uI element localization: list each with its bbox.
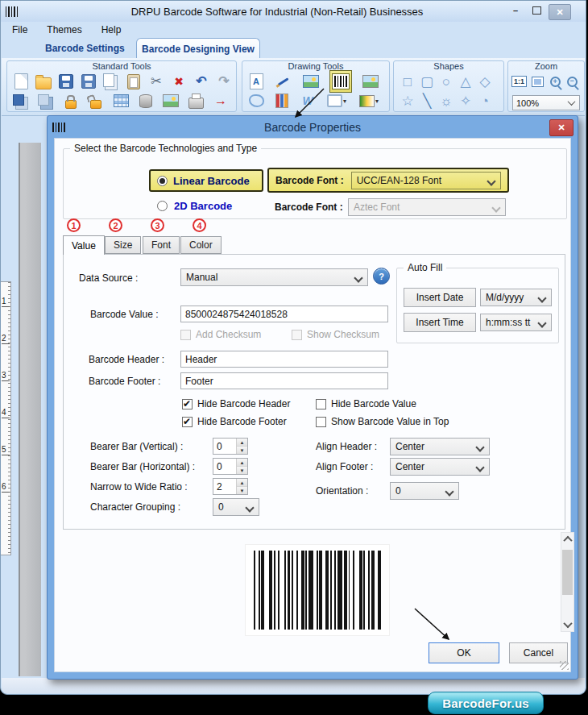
text-tool-icon[interactable]: A bbox=[247, 73, 265, 90]
tab-size[interactable]: Size bbox=[105, 236, 141, 254]
pie-shape-icon[interactable]: ◔ bbox=[476, 92, 494, 110]
tab-barcode-designing-view[interactable]: Barcode Designing View bbox=[136, 38, 260, 59]
spin-down-icon[interactable]: ▼ bbox=[237, 487, 247, 494]
fit-to-window-icon[interactable] bbox=[531, 73, 545, 90]
save-icon[interactable] bbox=[57, 73, 75, 90]
exit-icon[interactable]: → bbox=[212, 92, 230, 110]
open-file-icon[interactable] bbox=[35, 73, 52, 90]
time-format-combo[interactable]: h:mm:ss tt bbox=[480, 314, 552, 331]
undo-icon[interactable]: ↶ bbox=[193, 73, 210, 90]
hide-barcode-value-checkbox[interactable] bbox=[316, 399, 326, 409]
narrow-wide-ratio-spinner[interactable]: 2 ▲▼ bbox=[213, 478, 248, 495]
tab-color[interactable]: Color bbox=[180, 236, 222, 254]
zoom-level-combo[interactable]: 100% bbox=[512, 95, 580, 110]
copy-icon[interactable] bbox=[102, 73, 120, 90]
autoshape-tool-icon[interactable] bbox=[247, 92, 265, 110]
cut-icon[interactable]: ✂ bbox=[147, 73, 165, 90]
bring-to-front-icon[interactable] bbox=[12, 92, 30, 110]
send-to-back-icon[interactable] bbox=[37, 92, 55, 110]
lock-icon[interactable] bbox=[62, 92, 80, 110]
watermark-tool-icon[interactable]: W bbox=[299, 92, 317, 110]
window-close-button[interactable]: ✕ bbox=[549, 4, 571, 20]
insert-time-button[interactable]: Insert Time bbox=[404, 313, 476, 332]
show-barcode-value-top-checkbox[interactable] bbox=[316, 417, 326, 427]
unlock-icon[interactable] bbox=[87, 92, 105, 110]
frame-tool-icon[interactable]: ▾ bbox=[325, 92, 349, 110]
scroll-up-button[interactable] bbox=[561, 533, 574, 546]
star-shape-icon[interactable]: ☆ bbox=[399, 92, 416, 110]
tab-font[interactable]: Font bbox=[143, 236, 180, 254]
picture-tool-icon[interactable] bbox=[362, 73, 379, 90]
dialog-close-button[interactable]: ✕ bbox=[549, 119, 574, 136]
rectangle-shape-icon[interactable]: □ bbox=[399, 73, 416, 90]
zoom-in-icon[interactable] bbox=[549, 73, 561, 90]
starburst-shape-icon[interactable]: ☼ bbox=[437, 92, 455, 110]
insert-date-button[interactable]: Insert Date bbox=[404, 288, 476, 307]
linear-barcode-radio[interactable] bbox=[157, 176, 168, 186]
barcode-tool-icon[interactable] bbox=[329, 70, 352, 93]
dialog-scrollbar[interactable] bbox=[561, 532, 574, 632]
hide-barcode-value-option[interactable]: Hide Barcode Value bbox=[316, 398, 416, 409]
save-as-icon[interactable] bbox=[80, 73, 97, 90]
align-footer-combo[interactable]: Center bbox=[390, 458, 490, 476]
spin-down-icon[interactable]: ▼ bbox=[237, 467, 247, 474]
scroll-down-button[interactable] bbox=[561, 618, 574, 631]
menu-help[interactable]: Help bbox=[101, 24, 122, 35]
tab-value[interactable]: Value bbox=[63, 235, 105, 255]
show-barcode-value-top-option[interactable]: Show Barcode Value in Top bbox=[316, 416, 449, 427]
bearer-bar-horizontal-spinner[interactable]: 0 ▲▼ bbox=[213, 458, 248, 475]
align-header-combo[interactable]: Center bbox=[390, 438, 490, 455]
chevron-down-icon bbox=[487, 177, 495, 185]
four-point-star-shape-icon[interactable]: ✧ bbox=[457, 92, 474, 110]
menu-file[interactable]: File bbox=[12, 24, 27, 35]
linear-barcode-option[interactable]: Linear Barcode bbox=[149, 169, 263, 192]
spin-up-icon[interactable]: ▲ bbox=[237, 459, 247, 467]
library-tool-icon[interactable] bbox=[273, 92, 291, 110]
diamond-shape-icon[interactable]: ◇ bbox=[476, 73, 494, 90]
ellipse-shape-icon[interactable]: ○ bbox=[437, 73, 455, 90]
minimize-button[interactable]: – bbox=[508, 4, 523, 17]
spin-down-icon[interactable]: ▼ bbox=[237, 447, 247, 454]
barcode-header-input[interactable]: Header bbox=[180, 351, 388, 368]
help-button[interactable]: ? bbox=[373, 268, 390, 285]
twod-barcode-option[interactable]: 2D Barcode bbox=[157, 200, 232, 212]
hide-barcode-header-checkbox[interactable] bbox=[182, 399, 193, 409]
scrollbar-thumb[interactable] bbox=[562, 550, 573, 595]
hide-barcode-footer-checkbox[interactable] bbox=[182, 417, 193, 427]
image-tool-icon[interactable] bbox=[302, 73, 320, 90]
menu-themes[interactable]: Themes bbox=[47, 24, 81, 35]
grid-icon[interactable] bbox=[112, 92, 130, 110]
database-icon[interactable] bbox=[137, 92, 155, 110]
export-image-icon[interactable] bbox=[162, 92, 180, 110]
gradient-tool-icon[interactable]: ▾ bbox=[357, 92, 381, 110]
rounded-rectangle-shape-icon[interactable]: ▢ bbox=[418, 73, 436, 90]
new-document-icon[interactable] bbox=[12, 73, 30, 90]
maximize-button[interactable] bbox=[529, 4, 544, 17]
actual-size-icon[interactable]: 1:1 bbox=[511, 76, 527, 87]
hide-barcode-header-option[interactable]: Hide Barcode Header bbox=[182, 398, 290, 409]
delete-icon[interactable]: ✖ bbox=[170, 73, 188, 90]
barcode-value-input[interactable]: 8500024875424018528 bbox=[180, 306, 388, 322]
orientation-combo[interactable]: 0 bbox=[390, 482, 459, 500]
print-icon[interactable] bbox=[187, 92, 205, 110]
pencil-tool-icon[interactable] bbox=[275, 73, 292, 90]
redo-icon[interactable]: ↷ bbox=[215, 73, 233, 90]
tab-barcode-settings[interactable]: Barcode Settings bbox=[45, 43, 125, 54]
data-source-combo[interactable]: Manual bbox=[180, 268, 368, 286]
triangle-shape-icon[interactable]: △ bbox=[457, 73, 474, 90]
barcode-font-combo[interactable]: UCC/EAN-128 Font bbox=[351, 172, 501, 189]
zoom-out-icon[interactable] bbox=[565, 73, 578, 90]
spin-up-icon[interactable]: ▲ bbox=[237, 479, 247, 487]
ok-button[interactable]: OK bbox=[429, 642, 499, 663]
spin-up-icon[interactable]: ▲ bbox=[237, 439, 247, 447]
barcode-font2-combo: Aztec Font bbox=[348, 198, 506, 216]
twod-barcode-radio[interactable] bbox=[157, 201, 168, 211]
resize-grip[interactable] bbox=[560, 661, 569, 670]
date-format-combo[interactable]: M/d/yyyy bbox=[480, 289, 552, 306]
character-grouping-combo[interactable]: 0 bbox=[213, 498, 259, 516]
barcode-footer-input[interactable]: Footer bbox=[180, 372, 388, 389]
hide-barcode-footer-option[interactable]: Hide Barcode Footer bbox=[182, 416, 287, 427]
line-shape-icon[interactable]: ╲ bbox=[418, 92, 436, 110]
bearer-bar-vertical-spinner[interactable]: 0 ▲▼ bbox=[213, 438, 248, 455]
paste-icon[interactable] bbox=[125, 73, 143, 90]
